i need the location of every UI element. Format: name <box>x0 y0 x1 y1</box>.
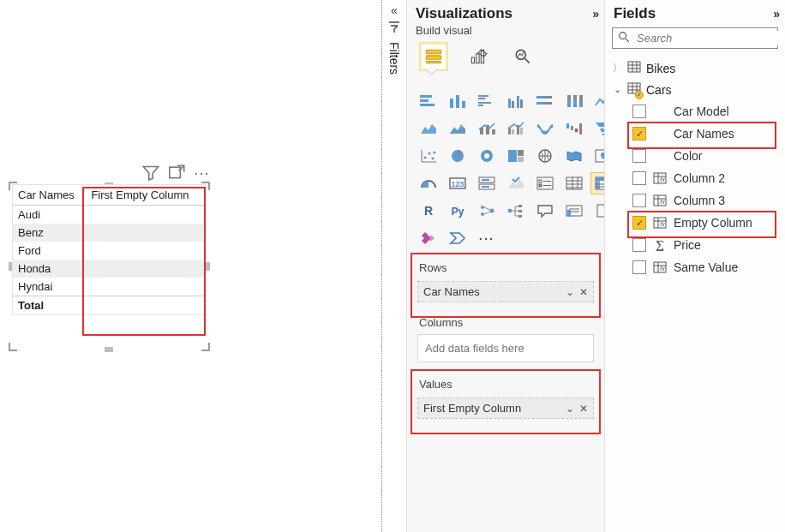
viz-line-clustered-icon[interactable] <box>503 117 529 140</box>
filters-pane-collapsed[interactable]: « Filters <box>381 0 406 532</box>
viz-stacked-area-icon[interactable] <box>445 117 470 140</box>
cell[interactable] <box>86 260 205 278</box>
viz-map-icon[interactable] <box>532 145 558 167</box>
field-checkbox[interactable] <box>632 238 646 252</box>
search-input-wrapper[interactable] <box>612 27 778 49</box>
field-checkbox[interactable] <box>632 149 646 163</box>
viz-clustered-bar-icon[interactable] <box>474 90 500 112</box>
remove-icon[interactable]: ✕ <box>579 403 588 415</box>
cell[interactable] <box>86 296 205 315</box>
viz-power-apps-icon[interactable] <box>416 227 441 249</box>
viz-qa-icon[interactable] <box>532 200 558 222</box>
viz-decomposition-tree-icon[interactable] <box>503 200 529 222</box>
viz-area-icon[interactable] <box>416 117 441 140</box>
viz-treemap-icon[interactable] <box>503 145 529 167</box>
cell[interactable] <box>86 242 205 260</box>
field-item[interactable]: ∑ Price <box>610 234 780 256</box>
more-options-icon[interactable]: ··· <box>194 164 211 182</box>
viz-multi-row-card-icon[interactable] <box>474 172 500 194</box>
cell[interactable] <box>86 224 205 242</box>
svg-rect-40 <box>571 126 573 130</box>
viz-card-icon[interactable]: 123 <box>445 172 470 194</box>
filter-icon[interactable] <box>142 164 159 182</box>
values-well-chip[interactable]: First Empty Column ⌄ ✕ <box>417 398 594 419</box>
svg-rect-94 <box>628 62 640 72</box>
cell[interactable] <box>86 206 205 224</box>
svg-rect-16 <box>478 102 491 104</box>
field-checkbox[interactable] <box>632 260 646 274</box>
expand-right-icon[interactable]: » <box>592 7 596 21</box>
viz-gauge-icon[interactable] <box>416 172 441 194</box>
cell[interactable]: Benz <box>13 224 86 242</box>
calc-column-icon: fx <box>653 172 667 184</box>
field-checkbox[interactable] <box>632 127 646 140</box>
viz-filled-map-icon[interactable] <box>561 145 587 167</box>
expand-right-icon[interactable]: » <box>773 7 776 21</box>
field-item[interactable]: fx Column 2 <box>610 167 780 189</box>
field-label: Car Names <box>674 127 734 140</box>
viz-get-more-icon[interactable]: ··· <box>474 227 500 249</box>
table-icon: ✓ <box>627 82 641 97</box>
rows-well-chip[interactable]: Car Names ⌄ ✕ <box>417 281 594 302</box>
viz-stacked-bar-icon[interactable] <box>416 90 441 112</box>
viz-smart-narrative-icon[interactable] <box>561 200 587 222</box>
viz-kpi-icon[interactable] <box>503 172 529 194</box>
viz-python-script-icon[interactable]: Py <box>445 200 470 222</box>
cell[interactable]: Hyndai <box>13 278 86 296</box>
viz-scatter-icon[interactable] <box>416 145 441 167</box>
blank-icon <box>653 128 667 140</box>
resize-corner[interactable] <box>9 343 17 351</box>
field-item[interactable]: fx Column 3 <box>610 189 780 212</box>
viz-pie-icon[interactable] <box>445 145 470 167</box>
cell[interactable]: Ford <box>13 242 86 260</box>
cell[interactable] <box>86 278 205 296</box>
cell[interactable]: Honda <box>13 260 86 278</box>
field-label: Price <box>674 238 701 252</box>
search-input[interactable] <box>635 31 783 45</box>
table-node-cars[interactable]: ⌄ ✓ Cars <box>610 79 780 100</box>
columns-placeholder[interactable]: Add data fields here <box>418 335 593 362</box>
viz-ribbon-icon[interactable] <box>532 117 558 140</box>
viz-donut-icon[interactable] <box>474 145 500 167</box>
field-item[interactable]: Car Names <box>610 123 780 145</box>
viz-waterfall-icon[interactable] <box>561 117 587 140</box>
field-item[interactable]: Car Model <box>610 100 780 123</box>
field-checkbox[interactable] <box>632 194 646 207</box>
chevron-down-icon[interactable]: ⌄ <box>566 403 574 415</box>
collapse-left-icon[interactable]: « <box>391 3 398 17</box>
field-item[interactable]: Color <box>610 145 780 167</box>
remove-icon[interactable]: ✕ <box>579 286 588 298</box>
viz-table-icon[interactable] <box>561 172 587 194</box>
column-header[interactable]: First Empty Column <box>86 185 205 206</box>
viz-clustered-column-icon[interactable] <box>503 90 529 112</box>
resize-handle[interactable] <box>205 262 210 271</box>
viz-stacked-column-icon[interactable] <box>445 90 470 112</box>
resize-handle[interactable] <box>105 347 113 352</box>
tab-analytics[interactable] <box>508 42 537 71</box>
viz-line-stacked-icon[interactable] <box>474 117 500 140</box>
viz-power-automate-icon[interactable] <box>445 227 470 249</box>
matrix-visual[interactable]: Car Names First Empty Column Audi Benz F… <box>13 185 205 314</box>
resize-corner[interactable] <box>201 343 210 351</box>
field-checkbox[interactable] <box>632 105 646 118</box>
tab-format-visual[interactable] <box>464 42 493 71</box>
focus-mode-icon[interactable] <box>168 164 185 182</box>
field-checkbox[interactable] <box>632 171 646 185</box>
cell[interactable]: Audi <box>13 206 86 224</box>
field-checkbox[interactable] <box>632 216 646 230</box>
sigma-icon: ∑ <box>653 239 667 251</box>
table-node-bikes[interactable]: 〉 Bikes <box>610 57 780 79</box>
svg-text:fx: fx <box>660 199 665 205</box>
total-label[interactable]: Total <box>13 296 86 315</box>
viz-100-stacked-bar-icon[interactable] <box>532 90 558 112</box>
viz-slicer-icon[interactable] <box>532 172 558 194</box>
viz-key-influencers-icon[interactable] <box>474 200 500 222</box>
report-canvas[interactable]: ··· Car Names First Empty Column Audi Be… <box>0 0 381 532</box>
column-header[interactable]: Car Names <box>13 185 86 206</box>
chevron-down-icon[interactable]: ⌄ <box>566 286 574 298</box>
svg-rect-63 <box>539 184 542 187</box>
field-item[interactable]: fx Empty Column <box>610 212 780 234</box>
viz-r-script-icon[interactable]: R <box>416 200 441 222</box>
viz-100-stacked-column-icon[interactable] <box>561 90 587 112</box>
field-item[interactable]: fx Same Value <box>610 256 780 278</box>
